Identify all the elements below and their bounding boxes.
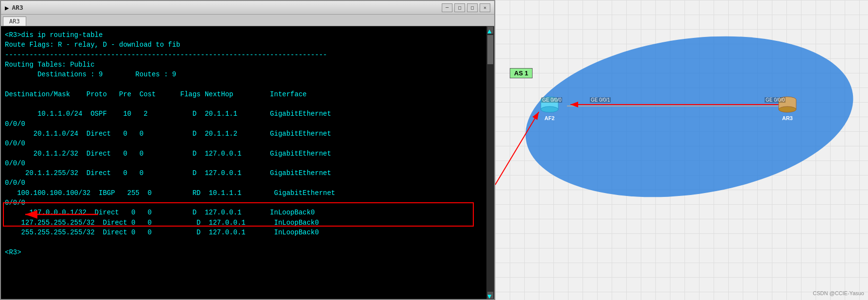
network-panel: AS 1 GE 0/0/0 GE 0/0/1 GE 0/0/0 AF2 xyxy=(495,0,868,300)
svg-point-8 xyxy=(541,106,558,112)
title-bar-buttons: ─ □ □ ✕ xyxy=(442,3,490,12)
title-bar-left: ▶ AR3 xyxy=(5,4,23,12)
as-area-ellipse xyxy=(515,17,864,217)
as-label: AS 1 xyxy=(510,68,533,78)
scroll-up-button[interactable]: ▲ xyxy=(487,27,493,34)
app-icon: ▶ xyxy=(5,4,9,12)
watermark: CSDN @CCIE-Yasuo xyxy=(813,290,864,296)
ge-label-ar3: GE 0/0/0 xyxy=(765,97,785,103)
title-bar: ▶ AR3 ─ □ □ ✕ xyxy=(1,1,494,15)
router-ar3-label: AR3 xyxy=(782,115,793,121)
restore-button[interactable]: □ xyxy=(454,3,465,12)
minimize-button[interactable]: ─ xyxy=(442,3,452,12)
tab-ar3[interactable]: AR3 xyxy=(3,17,26,26)
terminal-content[interactable]: <R3>dis ip routing-table Route Flags: R … xyxy=(1,26,494,299)
svg-point-13 xyxy=(779,106,796,112)
maximize-button[interactable]: □ xyxy=(467,3,478,12)
scroll-down-button[interactable]: ▼ xyxy=(487,292,493,299)
scrollbar-thumb[interactable] xyxy=(487,35,493,64)
ge-label-middle: GE 0/0/1 xyxy=(590,97,611,103)
scrollbar[interactable]: ▲ ▼ xyxy=(486,26,494,299)
router-af2-label: AF2 xyxy=(545,115,555,121)
terminal-window: ▶ AR3 ─ □ □ ✕ AR3 <R3>dis ip routing-tab… xyxy=(0,0,495,300)
terminal-output: <R3>dis ip routing-table Route Flags: R … xyxy=(5,30,490,257)
ge-label-af2-left: GE 0/0/0 xyxy=(541,97,562,103)
window-title: AR3 xyxy=(12,4,23,11)
tab-bar: AR3 xyxy=(1,15,494,26)
close-button[interactable]: ✕ xyxy=(480,3,490,12)
